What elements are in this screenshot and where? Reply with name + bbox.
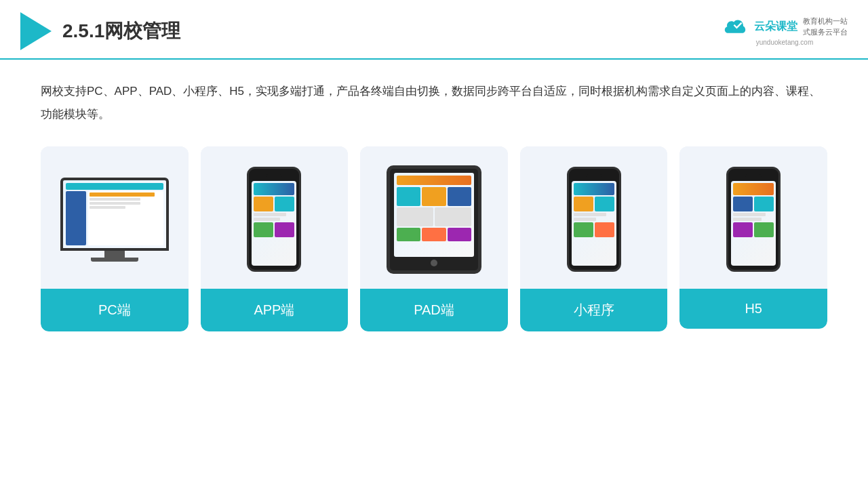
card-pc-image [41,146,189,289]
phone-h5-box-3 [733,222,753,237]
phone-screen-mini [572,181,616,266]
phone-box-2 [275,197,294,211]
phone-mockup-h5 [726,167,781,272]
phone-mockup-app [247,167,301,272]
ipad-box-6 [397,228,420,241]
phone-notch-h5 [745,174,762,178]
pc-monitor [60,178,169,251]
card-h5-image [679,146,827,289]
ipad-screen-bar [397,176,471,185]
description-text: 网校支持PC、APP、PAD、小程序、H5，实现多端打通，产品各终端自由切换，数… [41,80,827,126]
ipad-box-2 [422,187,446,206]
phone-mini-box-3 [574,222,593,237]
pc-base [91,258,138,262]
cloud-icon [722,18,749,37]
brand-tagline: 教育机构一站 式服务云平台 [803,16,848,37]
pc-stand [104,251,125,258]
pc-sidebar-mini [66,191,86,245]
pc-screen [63,180,166,248]
phone-screen-app [252,181,296,266]
phone-screen-bar-app [254,183,294,195]
phone-h5-box-2 [754,197,774,211]
phone-line-1-mini [574,213,606,216]
header-left: 2.5.1网校管理 [20,12,180,50]
ipad-box-5 [435,207,471,226]
phone-mini-box-2 [595,197,614,211]
brand-area: 云朵课堂 教育机构一站 式服务云平台 yunduoketang.com [722,16,848,46]
card-pc: PC端 [41,146,189,331]
card-app: APP端 [201,146,349,331]
ipad-row-3 [397,228,471,241]
card-pc-label: PC端 [41,289,189,331]
phone-h5-box-1 [733,197,753,211]
ipad-screen [394,173,474,257]
phone-line-2-h5 [733,218,762,221]
pc-screen-bar [66,183,163,190]
brand-tagline-line2: 式服务云平台 [803,27,848,37]
phone-line-1-h5 [733,213,766,216]
ipad-row-1 [397,187,471,206]
pc-mockup [60,178,169,262]
page-header: 2.5.1网校管理 云朵课堂 教育机构一站 式服务云平台 yunduoketan… [0,0,868,60]
phone-row-2-mini [574,222,614,237]
phone-body-app [247,167,301,272]
phone-screen-bar-mini [574,183,614,195]
phone-screen-h5 [731,181,776,266]
phone-notch-mini [586,174,602,178]
phone-row-1-h5 [733,197,774,211]
phone-h5-box-4 [754,222,774,237]
pc-content-line-1 [90,192,155,197]
phone-row-2-app [254,222,294,237]
pc-content-line-2 [90,198,140,201]
phone-mini-box-1 [574,197,593,211]
phone-screen-bar-h5 [733,183,774,195]
ipad-box-3 [448,187,471,206]
pc-screen-content [66,191,163,245]
pc-content-line-3 [90,202,140,205]
phone-line-2-mini [574,218,596,221]
phone-mockup-mini [567,167,621,272]
logo-triangle-icon [20,12,52,50]
phone-line-1-app [254,213,286,216]
phone-mini-box-4 [595,222,614,237]
page-title: 2.5.1网校管理 [62,18,180,44]
card-miniprogram-image [520,146,668,289]
card-pad-label: PAD端 [360,289,508,331]
phone-box-4 [275,222,294,237]
phone-box-1 [254,197,273,211]
brand-tagline-line1: 教育机构一站 [803,16,848,26]
card-miniprogram: 小程序 [520,146,668,331]
phone-notch-app [266,174,282,178]
phone-row-1-mini [574,197,614,211]
card-pad-image [360,146,508,289]
cards-container: PC端 [41,146,827,331]
ipad-body [387,165,481,274]
phone-row-2-h5 [733,222,774,237]
pc-main-mini [88,191,163,245]
card-pad: PAD端 [360,146,508,331]
phone-line-2-app [254,218,280,221]
ipad-box-4 [397,207,433,226]
phone-body-h5 [726,167,781,272]
ipad-box-7 [422,228,446,241]
card-h5: H5 [679,146,827,329]
ipad-box-8 [448,228,471,241]
ipad-home-button [431,260,437,266]
ipad-mockup [387,165,481,274]
brand-logo: 云朵课堂 教育机构一站 式服务云平台 [722,16,848,37]
ipad-box-1 [397,187,420,206]
phone-box-3 [254,222,273,237]
brand-name: 云朵课堂 [754,20,797,34]
phone-row-1-app [254,197,294,211]
card-h5-label: H5 [679,289,827,329]
pc-content-line-4 [90,206,126,209]
brand-url: yunduoketang.com [756,39,814,46]
card-miniprogram-label: 小程序 [520,289,668,331]
phone-body-mini [567,167,621,272]
card-app-label: APP端 [201,289,349,331]
ipad-row-2 [397,207,471,226]
main-content: 网校支持PC、APP、PAD、小程序、H5，实现多端打通，产品各终端自由切换，数… [0,60,868,345]
card-app-image [201,146,349,289]
